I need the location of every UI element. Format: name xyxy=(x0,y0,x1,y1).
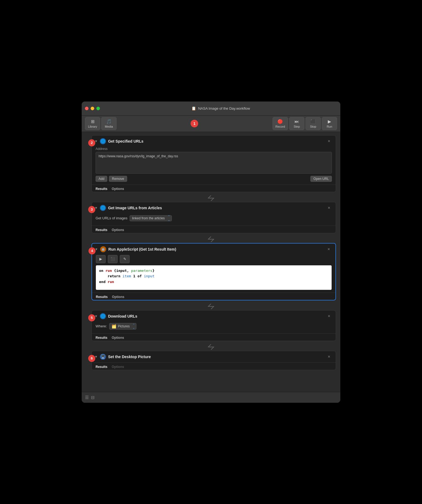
step-6-close[interactable]: × xyxy=(326,354,332,360)
step-2-icon: 🌐 xyxy=(100,138,106,144)
linked-from-dropdown[interactable]: linked from the articles xyxy=(130,215,172,221)
step-3-tabs: Results Options xyxy=(92,226,336,233)
script-stop-button[interactable]: ⬛ xyxy=(108,255,118,263)
remove-url-button[interactable]: Remove xyxy=(109,176,127,182)
step-6-number: 6 xyxy=(88,355,95,362)
step-4-tab-results[interactable]: Results xyxy=(96,295,108,299)
step-3-number: 3 xyxy=(88,206,95,213)
step-2-number: 2 xyxy=(88,139,95,146)
step-2-tab-options[interactable]: Options xyxy=(112,187,124,191)
main-window: 📋 NASA Image of the Day.workflow ⊞ Libra… xyxy=(82,102,340,403)
traffic-lights xyxy=(85,107,100,110)
add-url-button[interactable]: Add xyxy=(96,176,107,182)
library-button[interactable]: ⊞ Library xyxy=(85,117,100,130)
code-line-2: return item 1 of input xyxy=(99,273,328,279)
step-4-header: ▼ 🤖 Run AppleScript (Get 1st Result Item… xyxy=(92,244,335,255)
step-icon: ⏭ xyxy=(295,119,299,124)
script-editor[interactable]: on run {input, parameters} return item 1… xyxy=(96,265,332,290)
connector-2 xyxy=(86,235,336,243)
step-5-tab-results[interactable]: Results xyxy=(96,336,107,340)
media-button[interactable]: 🎵 Media xyxy=(101,117,117,130)
script-run-button[interactable]: ▶ xyxy=(96,255,106,263)
script-compile-button[interactable]: ✎ xyxy=(120,255,130,263)
step-5-tabs: Results Options xyxy=(92,333,336,341)
toolbar-right: 🔴 Record ⏭ Step ⬛ Stop ▶ Run xyxy=(273,117,337,130)
step-6-title: Set the Desktop Picture xyxy=(108,355,324,359)
run-button[interactable]: ▶ Run xyxy=(322,117,337,130)
step-label: Step xyxy=(294,125,300,128)
run-label: Run xyxy=(327,125,332,128)
code-line-1: on run {input, parameters} xyxy=(99,268,328,274)
toolbar: ⊞ Library 🎵 Media 1 🔴 Record ⏭ Step xyxy=(82,116,340,132)
connector-3 xyxy=(86,303,336,310)
toolbar-left: ⊞ Library 🎵 Media xyxy=(85,117,117,130)
step-3-body: Get URLs of images linked from the artic… xyxy=(92,214,336,226)
minimize-button[interactable] xyxy=(91,107,94,110)
step-5-title: Download URLs xyxy=(108,314,324,318)
step-2-header: ▼ 🌐 Get Specified URLs × xyxy=(92,136,336,147)
linked-from-dropdown-wrapper: linked from the articles ⌃⌄ xyxy=(130,215,172,221)
connector-4 xyxy=(86,343,336,351)
step-get-specified-urls: 2 ▼ 🌐 Get Specified URLs × Address https… xyxy=(91,135,336,192)
media-label: Media xyxy=(105,125,113,128)
step-set-desktop-picture: 6 ▼ 🖥️ Set the Desktop Picture × Results… xyxy=(91,351,336,370)
folder-dropdown-wrapper: 🗂️ Pictures ⌃⌄ xyxy=(109,323,136,330)
step-3-tab-results[interactable]: Results xyxy=(96,228,107,232)
get-urls-label: Get URLs of images xyxy=(96,216,127,220)
maximize-button[interactable] xyxy=(96,107,100,110)
code-line-3: end run xyxy=(99,279,328,285)
step-5-icon: 🌐 xyxy=(100,313,106,319)
titlebar: 📋 NASA Image of the Day.workflow xyxy=(82,102,340,116)
open-url-button[interactable]: Open URL xyxy=(310,176,332,182)
step-2-actions: Add Remove Open URL xyxy=(96,176,332,182)
step-download-urls: 5 ▼ 🌐 Download URLs × Where: 🗂️ Pictures… xyxy=(91,310,336,341)
step-4-icon: 🤖 xyxy=(100,246,106,252)
connector-1 xyxy=(86,194,336,202)
address-box: https://www.nasa.gov/rss/dyn/lg_image_of… xyxy=(96,152,332,174)
step-2-body: Address https://www.nasa.gov/rss/dyn/lg_… xyxy=(92,147,336,185)
step-3-tab-options[interactable]: Options xyxy=(112,228,124,232)
step-3-title: Get Image URLs from Articles xyxy=(108,206,324,210)
address-label: Address xyxy=(96,147,332,151)
folder-select[interactable]: 🗂️ Pictures xyxy=(109,323,136,330)
step-3-close[interactable]: × xyxy=(326,205,332,211)
library-label: Library xyxy=(88,125,97,128)
workflow-content: 2 ▼ 🌐 Get Specified URLs × Address https… xyxy=(82,132,340,392)
step-3-icon: 🌐 xyxy=(100,205,106,211)
step-run-applescript: 4 ▼ 🤖 Run AppleScript (Get 1st Result It… xyxy=(91,243,336,300)
folder-icon: 🗂️ xyxy=(112,324,116,328)
title-doc-icon: 📋 xyxy=(191,106,196,110)
bottom-toolbar: ☰ ⊟ xyxy=(82,392,340,403)
step-6-icon: 🖥️ xyxy=(100,354,106,360)
step-5-body: Where: 🗂️ Pictures ⌃⌄ xyxy=(92,322,336,333)
stop-icon: ⬛ xyxy=(310,119,316,124)
bottom-spacer xyxy=(86,372,336,389)
close-button[interactable] xyxy=(85,107,88,110)
stop-button[interactable]: ⬛ Stop xyxy=(305,117,321,130)
step-4-title: Run AppleScript (Get 1st Result Item) xyxy=(108,247,324,251)
toolbar-spacer: 1 xyxy=(118,120,271,127)
step-6-tab-options: Options xyxy=(112,365,124,369)
step-5-close[interactable]: × xyxy=(326,313,332,319)
step-badge: 1 xyxy=(191,120,198,127)
step-4-tab-options[interactable]: Options xyxy=(112,295,124,299)
stop-label: Stop xyxy=(310,125,316,128)
step-2-tab-results[interactable]: Results xyxy=(96,187,107,191)
step-4-close[interactable]: × xyxy=(326,246,332,252)
step-4-body: ▶ ⬛ ✎ on run {input, parameters} return … xyxy=(92,255,335,293)
record-button[interactable]: 🔴 Record xyxy=(273,117,288,130)
step-5-number: 5 xyxy=(88,314,95,321)
library-icon: ⊞ xyxy=(91,119,94,124)
step-button[interactable]: ⏭ Step xyxy=(289,117,304,130)
split-view-button[interactable]: ⊟ xyxy=(91,395,94,400)
step-5-tab-options[interactable]: Options xyxy=(112,336,124,340)
script-controls: ▶ ⬛ ✎ xyxy=(96,255,332,263)
step-2-tabs: Results Options xyxy=(92,185,336,192)
window-title: NASA Image of the Day.workflow xyxy=(198,106,250,110)
step-6-tab-results[interactable]: Results xyxy=(96,365,107,369)
list-view-button[interactable]: ☰ xyxy=(85,395,89,400)
step-3-header: ▼ 🌐 Get Image URLs from Articles × xyxy=(92,202,336,214)
get-urls-row: Get URLs of images linked from the artic… xyxy=(96,214,332,223)
step-4-tabs: Results Options xyxy=(92,293,335,300)
step-2-close[interactable]: × xyxy=(326,138,332,144)
